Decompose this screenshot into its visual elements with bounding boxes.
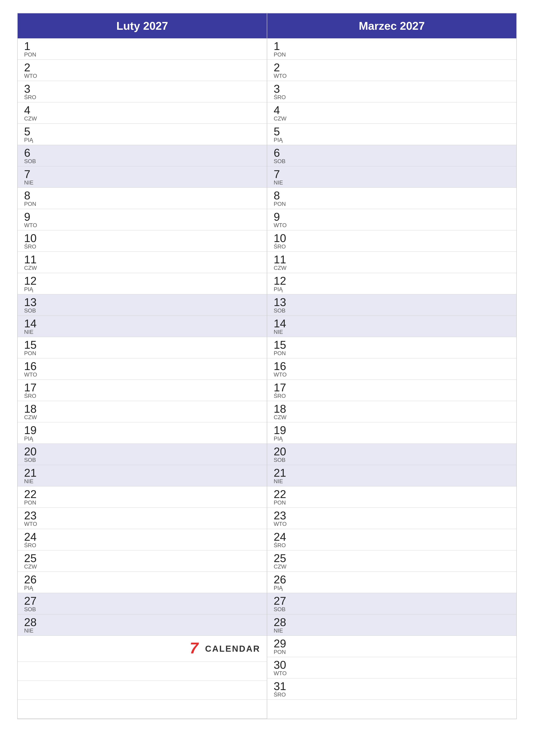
day-row-march-6: 6SOB [267,145,516,166]
day-abbr-march-14: NIE [274,329,286,335]
day-cell-march-16: 16WTO [274,361,287,377]
day-row-february-10: 10ŚRO [18,230,267,252]
day-number-february-1: 1 [24,40,36,52]
day-row-february-1: 1PON [18,39,267,60]
day-number-february-11: 11 [24,254,37,265]
day-row-february-9: 9WTO [18,209,267,230]
day-cell-march-20: 20SOB [274,446,286,463]
day-cell-february-26: 26PIĄ [24,574,37,591]
day-number-february-25: 25 [24,553,37,564]
day-number-march-26: 26 [274,574,286,585]
day-cell-march-25: 25CZW [274,553,286,569]
day-cell-march-5: 5PIĄ [274,126,283,143]
day-number-march-28: 28 [274,617,286,628]
day-cell-march-3: 3ŚRO [274,83,286,100]
day-number-february-7: 7 [24,169,33,180]
day-row-march-16: 16WTO [267,358,516,380]
day-abbr-march-27: SOB [274,607,286,612]
day-number-march-25: 25 [274,553,286,564]
day-row-february-19: 19PIĄ [18,422,267,444]
day-abbr-march-15: PON [274,350,286,356]
day-row-march-2: 2WTO [267,60,516,81]
day-abbr-march-18: CZW [274,415,286,420]
day-cell-march-18: 18CZW [274,403,286,420]
day-cell-february-19: 19PIĄ [24,424,37,441]
day-abbr-march-19: PIĄ [274,436,286,441]
day-cell-february-16: 16WTO [24,361,37,377]
day-abbr-february-20: SOB [24,457,37,463]
day-row-march-7: 7NIE [267,166,516,188]
day-cell-march-27: 27SOB [274,595,286,612]
day-row-february-11: 11CZW [18,252,267,273]
day-row-february-12: 12PIĄ [18,273,267,294]
day-number-february-13: 13 [24,297,37,308]
day-cell-february-6: 6SOB [24,147,36,164]
day-number-february-28: 28 [24,617,37,628]
day-row-february-5: 5PIĄ [18,124,267,145]
day-row-march-24: 24ŚRO [267,529,516,551]
day-row-march-4: 4CZW [267,102,516,124]
day-abbr-february-17: ŚRO [24,393,37,399]
day-number-march-3: 3 [274,83,286,94]
day-number-march-16: 16 [274,361,287,372]
day-cell-february-3: 3ŚRO [24,83,36,100]
day-abbr-march-20: SOB [274,457,286,463]
day-row-february-25: 25CZW [18,551,267,572]
day-cell-march-1: 1PON [274,40,286,57]
day-abbr-february-21: NIE [24,478,37,484]
day-abbr-february-12: PIĄ [24,286,37,292]
day-abbr-march-29: PON [274,649,286,655]
day-cell-february-8: 8PON [24,190,36,207]
day-abbr-february-9: WTO [24,222,37,228]
month-header-february: Luty 2027 [18,14,267,39]
day-abbr-march-17: ŚRO [274,393,286,399]
day-cell-february-25: 25CZW [24,553,37,569]
day-cell-february-1: 1PON [24,40,36,57]
day-cell-march-13: 13SOB [274,297,286,313]
day-abbr-march-25: CZW [274,564,286,569]
logo-row: 7CALENDAR [18,636,267,662]
day-abbr-march-6: SOB [274,158,286,164]
day-cell-march-15: 15PON [274,339,286,356]
day-number-march-21: 21 [274,467,286,478]
day-cell-february-21: 21NIE [24,467,37,484]
day-cell-february-10: 10ŚRO [24,232,37,249]
day-row-march-3: 3ŚRO [267,81,516,102]
day-number-march-7: 7 [274,169,283,180]
day-abbr-february-27: SOB [24,607,37,612]
day-abbr-february-14: NIE [24,329,37,335]
day-abbr-february-2: WTO [24,73,37,79]
day-number-march-20: 20 [274,446,286,457]
day-number-february-23: 23 [24,510,37,521]
day-row-march-28: 28NIE [267,614,516,636]
day-row-march-25: 25CZW [267,551,516,572]
logo-calendar-text: CALENDAR [205,644,260,654]
day-number-february-6: 6 [24,147,36,158]
day-abbr-march-8: PON [274,201,286,207]
day-cell-february-4: 4CZW [24,104,37,121]
day-row-march-12: 12PIĄ [267,273,516,294]
day-number-february-19: 19 [24,424,37,436]
day-number-february-15: 15 [24,339,37,350]
filler-row-2 [18,700,267,719]
day-abbr-february-25: CZW [24,564,37,569]
day-number-february-24: 24 [24,531,37,542]
day-abbr-march-31: ŚRO [274,692,286,697]
day-abbr-february-19: PIĄ [24,436,37,441]
day-row-march-23: 23WTO [267,508,516,529]
day-row-february-21: 21NIE [18,465,267,486]
day-number-march-24: 24 [274,531,286,542]
month-header-march: Marzec 2027 [267,14,516,39]
day-row-march-29: 29PON [267,636,516,657]
day-number-february-16: 16 [24,361,37,372]
logo-seven-icon: 7 [190,640,203,657]
day-cell-march-14: 14NIE [274,318,286,335]
day-number-march-5: 5 [274,126,283,137]
day-abbr-february-3: ŚRO [24,94,36,100]
day-number-march-14: 14 [274,318,286,329]
day-row-march-20: 20SOB [267,444,516,465]
day-cell-february-20: 20SOB [24,446,37,463]
day-abbr-march-22: PON [274,500,286,505]
day-cell-february-23: 23WTO [24,510,37,527]
day-number-march-1: 1 [274,40,286,52]
